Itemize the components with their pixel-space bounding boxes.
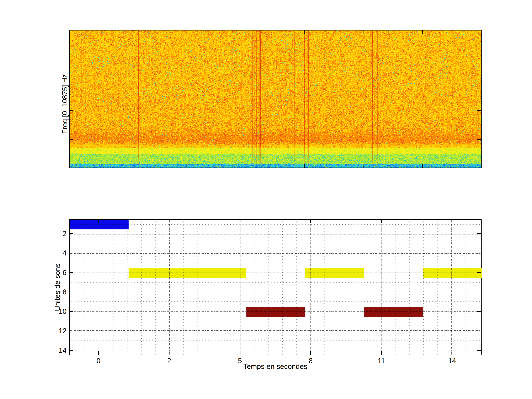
axis-tick <box>477 53 481 53</box>
sound-units-plot <box>69 219 481 355</box>
grid-overlay <box>70 220 481 355</box>
x-tick-label: 2 <box>167 357 171 365</box>
axis-tick <box>70 272 73 273</box>
axis-tick <box>70 350 73 351</box>
axis-tick <box>422 31 423 34</box>
axis-tick <box>452 351 452 355</box>
sound-unit-bar <box>129 268 247 278</box>
y-tick-label: 4 <box>52 249 66 257</box>
axis-tick <box>70 292 73 292</box>
axis-tick <box>477 350 481 351</box>
y-tick-label: 14 <box>52 346 66 354</box>
axis-tick <box>477 110 481 111</box>
axis-tick <box>98 220 99 223</box>
axis-tick <box>240 351 240 355</box>
axis-tick <box>187 164 187 168</box>
axis-tick <box>477 272 481 273</box>
axis-tick <box>381 351 382 355</box>
axis-tick <box>70 233 73 234</box>
axis-tick <box>169 220 169 223</box>
sound-unit-bar <box>423 268 482 278</box>
axis-tick <box>477 331 481 331</box>
y-tick-label: 8 <box>52 288 66 296</box>
sound-unit-bar <box>247 307 305 317</box>
axis-tick <box>128 31 128 34</box>
x-tick-label: 0 <box>96 357 100 365</box>
axis-tick <box>70 139 73 140</box>
axis-tick <box>310 351 311 355</box>
axis-tick <box>70 311 73 312</box>
x-tick-label: 8 <box>309 357 313 365</box>
axis-tick <box>70 110 73 111</box>
spectrogram-plot <box>69 30 481 168</box>
y-tick-label: 12 <box>52 327 66 335</box>
sound-unit-bar <box>70 220 129 229</box>
spectrogram-image <box>70 31 481 168</box>
y-tick-label: 10 <box>52 308 66 316</box>
axis-tick <box>240 220 240 223</box>
axis-tick <box>128 164 128 168</box>
axis-tick <box>169 351 169 355</box>
axis-tick <box>477 139 481 140</box>
axis-tick <box>477 292 481 292</box>
y-tick-label: 6 <box>52 269 66 277</box>
axis-tick <box>422 164 423 168</box>
axis-tick <box>477 311 481 312</box>
x-tick-label: 14 <box>448 357 456 365</box>
axis-tick <box>477 82 481 82</box>
axis-tick <box>477 253 481 253</box>
axis-tick <box>381 220 382 223</box>
axis-tick <box>477 233 481 234</box>
axis-tick <box>98 351 99 355</box>
time-axis-label: Temps en secondes <box>243 362 307 371</box>
x-tick-label: 11 <box>378 357 385 365</box>
axis-tick <box>70 82 73 82</box>
x-tick-label: 5 <box>238 357 242 365</box>
axis-tick <box>364 164 364 168</box>
spectrogram-ylabel: Freq [0, 10875] Hz <box>61 74 69 134</box>
sound-unit-bar <box>305 268 364 278</box>
axis-tick <box>70 53 73 53</box>
axis-tick <box>304 31 305 34</box>
y-tick-label: 2 <box>52 230 66 238</box>
axis-tick <box>310 220 311 223</box>
axis-tick <box>70 331 73 331</box>
axis-tick <box>304 164 305 168</box>
axis-tick <box>452 220 452 223</box>
axis-tick <box>246 164 246 168</box>
axis-tick <box>364 31 364 34</box>
sound-unit-bar <box>364 307 423 317</box>
matlab-figure: Freq [0, 10875] Hz Unites de sons Temps … <box>0 0 532 399</box>
axis-tick <box>187 31 187 34</box>
axis-tick <box>246 31 246 34</box>
axis-tick <box>70 253 73 253</box>
